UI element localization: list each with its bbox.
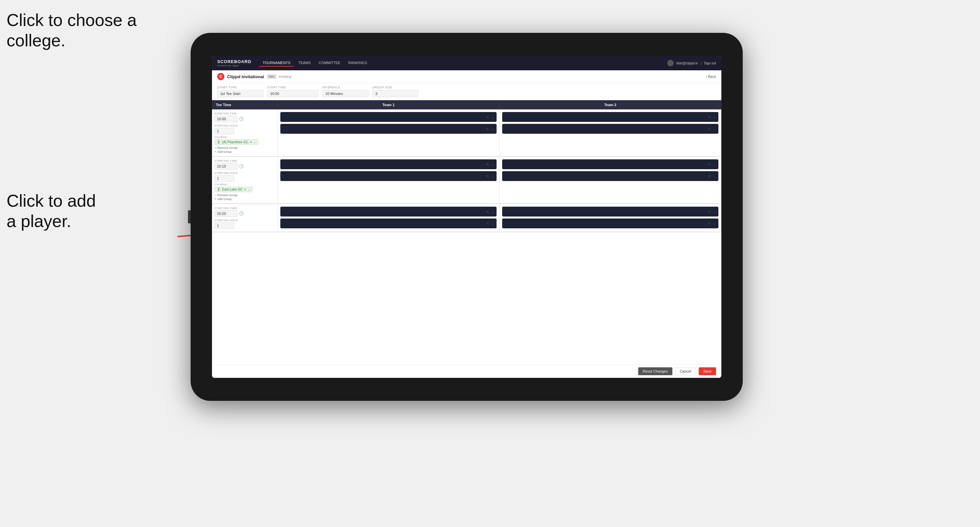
player-slot-chevron-6-1[interactable]: ⌄ <box>713 210 716 214</box>
annotation-add-player: Click to add a player. <box>6 190 96 232</box>
player-slot-3-1[interactable]: ✕ ⌄ <box>280 159 496 169</box>
sub-header: C Clippd Invitational Men Hosting ‹ Back <box>212 70 721 83</box>
course-tag-chevron-1[interactable]: ⌄ <box>253 140 256 144</box>
nav-rankings[interactable]: RANKINGS <box>345 59 371 67</box>
start-type-select[interactable]: 1st Tee Start <box>217 90 263 97</box>
player-slot-x-3-2[interactable]: ✕ <box>486 174 489 178</box>
group-size-select[interactable]: 3 <box>372 90 418 97</box>
table-header: Tee Time Team 1 Team 2 <box>212 100 721 110</box>
remove-group-btn-1[interactable]: ○ Remove Group <box>215 146 275 149</box>
player-slot-chevron-2-1[interactable]: ⌄ <box>713 115 716 119</box>
tee-time-cell-1: STARTING TIME: 🕐 STARTING HOLE: COURSE: … <box>212 110 278 156</box>
course-tag-chevron-2[interactable]: ⌄ <box>248 187 250 191</box>
player-slot-chevron-2-2[interactable]: ⌄ <box>713 127 716 131</box>
course-tag-remove-2[interactable]: ✕ <box>244 187 247 191</box>
course-tag-1[interactable]: 🏌 (A) Peachtree GC ✕ ⌄ <box>215 139 258 145</box>
course-tag-remove-1[interactable]: ✕ <box>250 140 252 144</box>
top-nav: SCOREBOARD Powered by clippd TOURNAMENTS… <box>212 56 721 70</box>
form-row: Start Type 1st Tee Start Start Time Inte… <box>212 83 721 100</box>
back-button[interactable]: ‹ Back <box>706 75 716 79</box>
tablet-sidebar-button[interactable] <box>188 210 191 224</box>
add-group-btn-2[interactable]: + Add Group <box>215 197 275 201</box>
team1-col-1: ✕ ⌄ ✕ ⌄ <box>278 110 500 156</box>
player-slot-5-2[interactable]: ✕ ⌄ <box>280 219 496 229</box>
hole-input-1[interactable] <box>215 128 234 134</box>
player-slot-5-1[interactable]: ✕ ⌄ <box>280 207 496 216</box>
form-group-intervals: Intervals 10 Minutes <box>322 86 368 97</box>
starting-hole-label-1: STARTING HOLE: <box>215 124 275 127</box>
player-slot-2-1[interactable]: ✕ ⌄ <box>502 112 718 122</box>
nav-committee[interactable]: COMMITTEE <box>315 59 344 67</box>
add-group-btn-1[interactable]: + Add Group <box>215 150 275 154</box>
player-slot-chevron-5-2[interactable]: ⌄ <box>491 221 494 226</box>
hole-input-3[interactable] <box>215 222 234 229</box>
hole-input-2[interactable] <box>215 175 234 182</box>
player-slot-x-2-1[interactable]: ✕ <box>708 115 711 119</box>
clock-icon-2: 🕐 <box>239 164 244 168</box>
cancel-button[interactable]: Cancel <box>675 367 696 375</box>
player-slot-x-6-1[interactable]: ✕ <box>708 210 711 214</box>
clock-icon-1: 🕐 <box>239 117 244 121</box>
intervals-select[interactable]: 10 Minutes <box>322 90 368 97</box>
annotation-choose-college: Click to choose a college. <box>6 10 137 51</box>
player-slot-chevron-3-1[interactable]: ⌄ <box>491 162 494 167</box>
time-input-2[interactable] <box>215 163 238 170</box>
time-input-row-3: 🕐 <box>215 210 275 217</box>
brand-sub: Powered by clippd <box>217 64 251 67</box>
tournament-badge: Men <box>267 74 277 79</box>
form-group-start-time: Start Time <box>267 86 318 97</box>
group-size-label: Group Size <box>372 86 418 89</box>
player-slot-x-4-2[interactable]: ✕ <box>708 174 711 178</box>
player-slot-chevron-3-2[interactable]: ⌄ <box>491 174 494 178</box>
brand-title: SCOREBOARD <box>217 59 251 64</box>
player-slot-x-5-2[interactable]: ✕ <box>486 221 489 226</box>
player-slot-chevron-5-1[interactable]: ⌄ <box>491 210 494 214</box>
tee-time-cell-3: STARTING TIME: 🕐 STARTING HOLE: <box>212 204 278 232</box>
add-icon-1: + <box>215 150 216 154</box>
player-slot-2-2[interactable]: ✕ ⌄ <box>502 124 718 134</box>
table-row: STARTING TIME: 🕐 STARTING HOLE: COURSE: … <box>212 157 721 204</box>
nav-teams[interactable]: TEAMS <box>295 59 314 67</box>
player-slot-x-5-1[interactable]: ✕ <box>486 210 489 214</box>
group-actions-2: ○ Remove Group + Add Group <box>215 194 275 201</box>
sign-out-link[interactable]: Sign out <box>704 62 716 65</box>
brand: SCOREBOARD Powered by clippd <box>217 59 251 67</box>
player-slot-chevron-4-1[interactable]: ⌄ <box>713 162 716 167</box>
starting-time-label-2: STARTING TIME: <box>215 159 275 162</box>
time-input-1[interactable] <box>215 116 238 122</box>
player-slot-x-1-1[interactable]: ✕ <box>486 115 489 119</box>
start-time-input[interactable] <box>267 90 318 97</box>
player-slot-chevron-6-2[interactable]: ⌄ <box>713 221 716 226</box>
player-slot-x-6-2[interactable]: ✕ <box>708 221 711 226</box>
player-slot-chevron-4-2[interactable]: ⌄ <box>713 174 716 178</box>
nav-tournaments[interactable]: TOURNAMENTS <box>259 59 294 67</box>
player-slot-x-1-2[interactable]: ✕ <box>486 127 489 131</box>
player-slot-1-2[interactable]: ✕ ⌄ <box>280 124 496 134</box>
reset-changes-button[interactable]: Reset Changes <box>638 367 672 375</box>
player-slot-4-1[interactable]: ✕ ⌄ <box>502 159 718 169</box>
player-slot-x-4-1[interactable]: ✕ <box>708 162 711 167</box>
remove-icon-1: ○ <box>215 146 216 149</box>
player-slot-6-1[interactable]: ✕ ⌄ <box>502 207 718 216</box>
player-slot-3-2[interactable]: ✕ ⌄ <box>280 171 496 181</box>
start-time-label: Start Time <box>267 86 318 89</box>
course-tag-2[interactable]: 🏌 East Lake GC ✕ ⌄ <box>215 187 253 192</box>
starting-time-label-1: STARTING TIME: <box>215 112 275 115</box>
course-label-2: COURSE: <box>215 183 275 186</box>
start-type-label: Start Type <box>217 86 263 89</box>
player-slot-x-3-1[interactable]: ✕ <box>486 162 489 167</box>
save-button[interactable]: Save <box>699 367 716 375</box>
player-slot-4-2[interactable]: ✕ ⌄ <box>502 171 718 181</box>
player-slot-1-1[interactable]: ✕ ⌄ <box>280 112 496 122</box>
player-slot-chevron-1-1[interactable]: ⌄ <box>491 115 494 119</box>
course-name-2: East Lake GC <box>222 187 243 191</box>
team1-col-3: ✕ ⌄ ✕ ⌄ <box>278 204 500 232</box>
player-slot-6-2[interactable]: ✕ ⌄ <box>502 219 718 229</box>
player-slot-x-2-2[interactable]: ✕ <box>708 127 711 131</box>
time-input-3[interactable] <box>215 210 238 217</box>
remove-group-btn-2[interactable]: ○ Remove Group <box>215 194 275 197</box>
form-group-group-size: Group Size 3 <box>372 86 418 97</box>
player-slot-chevron-1-2[interactable]: ⌄ <box>491 127 494 131</box>
clock-icon-3: 🕐 <box>239 211 244 216</box>
team2-col-1: ✕ ⌄ ✕ ⌄ <box>500 110 721 156</box>
